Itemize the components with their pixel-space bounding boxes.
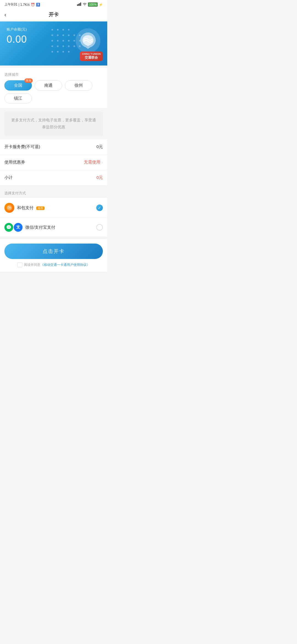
status-network: | 1.7K/s [18, 3, 29, 7]
wechat-icon [4, 223, 13, 232]
svg-point-28 [57, 51, 59, 53]
clock-icon: ⏰ [31, 3, 35, 7]
hepay-name: 和包支付 推荐 [17, 205, 96, 211]
tunion-bottom: 交通联合 [82, 56, 101, 60]
svg-point-24 [68, 45, 70, 47]
city-btn-nationwide[interactable]: 全国 限免 [4, 80, 32, 91]
service-fee-value: 0元 [97, 144, 103, 149]
svg-point-23 [62, 45, 64, 47]
city-grid: 全国 限免 南通 徐州 镇江 [4, 80, 103, 103]
city-selection-section: 选择城市 全国 限免 南通 徐州 镇江 [0, 68, 107, 108]
status-bar: 上午9:01 | 1.7K/s ⏰ ♿ 100% ⚡ [0, 0, 107, 8]
page-header: ‹ 开卡 [0, 8, 107, 21]
status-time: 上午9:01 [4, 2, 17, 7]
wechat-alipay-icons: 支 [4, 223, 23, 232]
agreement-row: 阅读并同意《移动交通一卡通用户使用协议》 [4, 262, 103, 267]
status-right: 100% ⚡ [77, 2, 103, 7]
svg-rect-3 [80, 2, 81, 6]
svg-point-30 [68, 51, 70, 53]
svg-point-17 [68, 40, 70, 42]
svg-rect-0 [77, 4, 78, 6]
wechat-alipay-name: 微信/支付宝支付 [25, 225, 96, 230]
tunion-badge: CHINA T-UNION 交通联合 [80, 51, 103, 61]
svg-text:支: 支 [16, 225, 20, 229]
limit-badge: 限免 [24, 78, 33, 83]
tunion-top: CHINA T-UNION [82, 53, 101, 56]
alipay-icon: 支 [14, 223, 23, 232]
hepay-icon: 🛍 [4, 203, 14, 213]
mobile-logo [74, 27, 102, 54]
city-btn-zhenjiang[interactable]: 镇江 [4, 93, 32, 103]
city-btn-xuzhou[interactable]: 徐州 [65, 80, 92, 91]
charging-icon: ⚡ [99, 3, 103, 7]
fee-section: 开卡服务费(不可退) 0元 使用优惠券 无需使用 › 小计 0元 [0, 139, 107, 185]
svg-point-21 [51, 45, 53, 47]
service-fee-label: 开卡服务费(不可退) [4, 144, 40, 149]
recommend-badge: 推荐 [36, 206, 45, 210]
coupon-value: 无需使用 [84, 160, 100, 165]
info-text: 更多支付方式，支持电子发票，更多覆盖，享受通泰盐部分优惠 [11, 118, 96, 129]
page-title: 开卡 [49, 11, 59, 18]
svg-text:🛍: 🛍 [7, 205, 11, 210]
svg-point-27 [51, 51, 53, 53]
open-card-button[interactable]: 点击开卡 [4, 244, 103, 259]
subtotal-value: 0元 [97, 175, 103, 180]
svg-point-16 [62, 40, 64, 42]
svg-rect-1 [78, 4, 79, 6]
bottom-section: 点击开卡 阅读并同意《移动交通一卡通用户使用协议》 [0, 239, 107, 272]
accessibility-icon: ♿ [36, 3, 40, 7]
hepay-icon-wrapper: 🛍 [4, 203, 14, 213]
wifi-icon [82, 2, 87, 7]
svg-point-29 [62, 51, 64, 53]
payment-item-wechat-alipay[interactable]: 支 微信/支付宝支付 [0, 218, 107, 237]
wechat-alipay-radio [96, 224, 103, 231]
svg-point-22 [57, 45, 59, 47]
hepay-radio-selected: ✓ [96, 204, 103, 211]
signal-icon [77, 2, 81, 7]
svg-point-35 [9, 227, 10, 227]
agreement-checkbox[interactable] [17, 262, 22, 267]
fee-item-coupon[interactable]: 使用优惠券 无需使用 › [0, 155, 107, 170]
subtotal-label: 小计 [4, 175, 13, 180]
info-box: 更多支付方式，支持电子发票，更多覆盖，享受通泰盐部分优惠 [4, 111, 103, 136]
card-banner: 账户余额(元) 0.00 CHINA T-UNION 交通联合 [0, 21, 107, 66]
payment-section-label: 选择支付方式 [0, 187, 107, 198]
svg-point-15 [57, 40, 59, 42]
svg-point-6 [62, 29, 64, 31]
svg-point-14 [51, 40, 53, 42]
svg-rect-2 [79, 3, 80, 6]
svg-point-5 [57, 29, 59, 31]
fee-item-subtotal: 小计 0元 [0, 170, 107, 185]
city-btn-nantong[interactable]: 南通 [35, 80, 62, 91]
svg-point-11 [68, 34, 70, 36]
city-selection-label: 选择城市 [4, 72, 103, 77]
fee-item-service: 开卡服务费(不可退) 0元 [0, 139, 107, 155]
svg-point-8 [51, 34, 53, 36]
battery-icon: 100% [88, 2, 98, 7]
svg-point-34 [8, 227, 8, 227]
payment-item-hepay[interactable]: 🛍 和包支付 推荐 ✓ [0, 198, 107, 218]
svg-point-9 [57, 34, 59, 36]
coupon-value-row: 无需使用 › [84, 160, 103, 165]
agreement-text: 阅读并同意《移动交通一卡通用户使用协议》 [24, 263, 90, 267]
svg-point-10 [62, 34, 64, 36]
chevron-right-icon: › [101, 160, 103, 165]
svg-point-4 [51, 29, 53, 31]
coupon-label: 使用优惠券 [4, 160, 25, 165]
agreement-link[interactable]: 《移动交通一卡通用户使用协议》 [40, 263, 90, 267]
back-button[interactable]: ‹ [4, 12, 6, 18]
svg-point-7 [68, 29, 70, 31]
payment-section: 选择支付方式 🛍 和包支付 推荐 ✓ 支 微信/支付宝支付 [0, 187, 107, 237]
status-left: 上午9:01 | 1.7K/s ⏰ ♿ [4, 2, 40, 7]
